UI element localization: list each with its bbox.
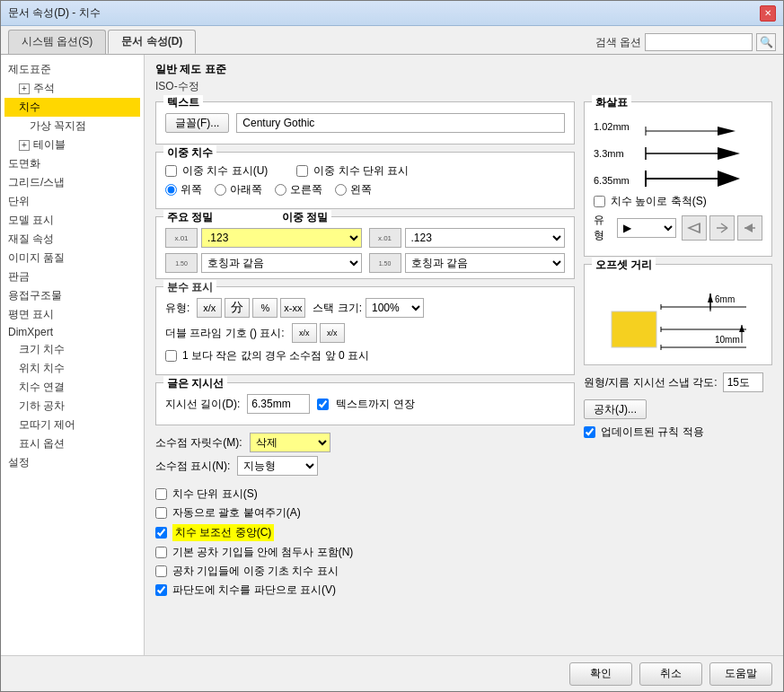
decimal-places-select[interactable]: 삭제 (250, 433, 330, 452)
base-tolerance-check[interactable] (155, 547, 167, 558)
tree-label: 설정 (8, 455, 30, 470)
precision-group: 주요 정밀 이중 정밀 x.01 .123 (155, 216, 575, 279)
radio-top: 위쪽 (165, 182, 202, 197)
tolerance-button[interactable]: 공차(J)... (584, 399, 647, 419)
leader-extend-label: 텍스트까지 연장 (336, 397, 414, 412)
radio-bottom-input[interactable] (215, 184, 226, 196)
primary-precision-select[interactable]: .123 (201, 228, 362, 248)
tree-item-dimension[interactable]: 치수 (4, 98, 140, 117)
tab-system-options[interactable]: 시스템 옵션(S) (8, 30, 106, 54)
primary-precision-col: x.01 .123 1.50 호칭과 같음 (165, 228, 362, 273)
tree-item-material[interactable]: 재질 속성 (4, 230, 140, 249)
leader-length-input[interactable] (247, 394, 310, 414)
broken-dim-check[interactable] (155, 584, 167, 596)
stack-size-select[interactable]: 100% (366, 298, 424, 318)
svg-text:6mm: 6mm (715, 294, 735, 304)
double-prime-buttons: x/x x/x (292, 323, 345, 343)
close-button[interactable]: ✕ (760, 5, 776, 22)
svg-text:10mm: 10mm (715, 335, 740, 345)
tree-item-dim-chain[interactable]: 치수 연결 (4, 378, 140, 397)
tree-item-plane-display[interactable]: 평면 표시 (4, 305, 140, 324)
radio-right-input[interactable] (275, 184, 286, 196)
radio-top-input[interactable] (165, 184, 177, 196)
search-button[interactable]: 🔍 (756, 33, 776, 51)
auto-arrange-check[interactable] (155, 507, 167, 519)
arrow-style-icon-2 (714, 220, 730, 236)
main-window: 문서 속성(D) - 치수 ✕ 시스템 옵션(S) 문서 속성(D) 검색 옵션… (0, 0, 784, 692)
bottom-checks: 치수 단위 표시(S) 자동으로 괄호 붙여주기(A) 치수 보조선 중앙(C) (155, 481, 575, 607)
tree-item-settings[interactable]: 설정 (4, 453, 140, 472)
fraction-btn-4[interactable]: x-xx (280, 298, 305, 318)
search-input[interactable] (645, 33, 753, 51)
auto-arrange-row: 자동으로 괄호 붙여주기(A) (155, 505, 575, 521)
double-prime-btn-1[interactable]: x/x (292, 323, 317, 343)
leader-extend-check[interactable] (317, 399, 329, 410)
small-value-check[interactable] (165, 350, 177, 362)
arrow-icon-btn-3[interactable] (737, 215, 762, 241)
dual-dim-show-check[interactable] (165, 165, 177, 177)
tree-item-annotation[interactable]: + 주석 (4, 79, 140, 98)
base-tolerance-row: 기본 공차 기입들 안에 첨두사 포함(N) (155, 545, 575, 560)
tree-item-model-display[interactable]: 모델 표시 (4, 211, 140, 230)
dual-base-label: 공차 기입들에 이중 기초 치수 표시 (172, 564, 339, 579)
fraction-btn-2[interactable]: 分 (225, 298, 250, 318)
tree-item-location-dim[interactable]: 위치 치수 (4, 359, 140, 378)
cancel-button[interactable]: 취소 (639, 662, 702, 686)
radio-left-input[interactable] (335, 184, 347, 196)
dual-dim-unit-label: 이중 치수 단위 표시 (313, 163, 409, 179)
secondary-tolerance-select[interactable]: 호칭과 같음 (405, 253, 566, 273)
tree-item-display-options[interactable]: 표시 옵션 (4, 434, 140, 453)
help-button[interactable]: 도움말 (709, 662, 772, 686)
tree-item-image-quality[interactable]: 이미지 품질 (4, 249, 140, 267)
update-check[interactable] (584, 426, 595, 438)
fraction-btn-1[interactable]: x/x (197, 298, 222, 318)
text-group-label: 텍스트 (163, 95, 203, 110)
offset-label: 오프셋 거리 (592, 258, 656, 273)
svg-marker-7 (718, 171, 740, 187)
tree-item-chamfer[interactable]: 모따기 제어 (4, 416, 140, 434)
tree-item-sheet-metal[interactable]: 판금 (4, 267, 140, 286)
left-section: 텍스트 글꼴(F)... Century Gothic 이중 치수 (155, 101, 575, 607)
dual-dim-show-row: 이중 치수 표시(U) 이중 치수 단위 표시 (165, 163, 565, 179)
tree-label: 그리드/스냅 (8, 175, 65, 190)
arrow-icon-btn-2[interactable] (709, 215, 735, 241)
dual-base-check[interactable] (155, 565, 167, 577)
window-title: 문서 속성(D) - 치수 (8, 5, 101, 21)
font-button[interactable]: 글꼴(F)... (165, 113, 229, 133)
tree-label: 용접구조물 (8, 288, 62, 303)
primary-tolerance-select[interactable]: 호칭과 같음 (201, 253, 362, 273)
secondary-precision-select[interactable]: .123 (405, 228, 566, 248)
double-prime-label: 더블 프라임 기호 () 표시: (165, 326, 285, 341)
radio-bottom-label: 아래쪽 (230, 182, 262, 197)
small-value-label: 1 보다 작은 값의 경우 소수점 앞 0 표시 (182, 348, 369, 364)
tree-item-geometric[interactable]: 기하 공차 (4, 397, 140, 416)
fraction-btn-3[interactable]: % (252, 298, 277, 318)
double-prime-btn-2[interactable]: x/x (320, 323, 345, 343)
dual-dim-unit-check[interactable] (296, 165, 308, 177)
circle-snap-input[interactable] (723, 372, 763, 392)
tab-document-properties[interactable]: 문서 속성(D) (108, 30, 196, 54)
tree-item-units[interactable]: 단위 (4, 192, 140, 211)
decimal-show-select[interactable]: 지능형 (237, 456, 318, 476)
dual-base-row: 공차 기입들에 이중 기초 치수 표시 (155, 564, 575, 579)
tree-item-dimxpert[interactable]: DimXpert (4, 324, 140, 340)
unit-display-check[interactable] (155, 488, 167, 500)
arrow-icon-btn-1[interactable] (682, 215, 707, 241)
primary-value-row: x.01 .123 (165, 228, 362, 248)
ok-button[interactable]: 확인 (569, 662, 632, 686)
tree-item-size-dim[interactable]: 크기 치수 (4, 340, 140, 359)
tree-item-weldments[interactable]: 용접구조물 (4, 286, 140, 305)
precision-grid: x.01 .123 1.50 호칭과 같음 (165, 228, 565, 273)
radio-left: 왼쪽 (335, 182, 372, 197)
scale-check[interactable] (594, 196, 605, 207)
arrow-type-select[interactable]: ▶ (617, 218, 676, 238)
tree-label: 재질 속성 (8, 232, 54, 247)
tree-item-grid[interactable]: 그리드/스냅 (4, 173, 140, 192)
tree-item-virtual-point[interactable]: 가상 꼭지점 (4, 117, 140, 136)
tree-item-drawing[interactable]: 도면화 (4, 154, 140, 173)
tree-item-standards[interactable]: 제도표준 (4, 60, 140, 79)
arrow-style-icon-1 (686, 220, 702, 236)
tree-item-table[interactable]: + 테이블 (4, 136, 140, 154)
center-line-check[interactable] (155, 527, 167, 539)
search-icon: 🔍 (760, 36, 773, 48)
